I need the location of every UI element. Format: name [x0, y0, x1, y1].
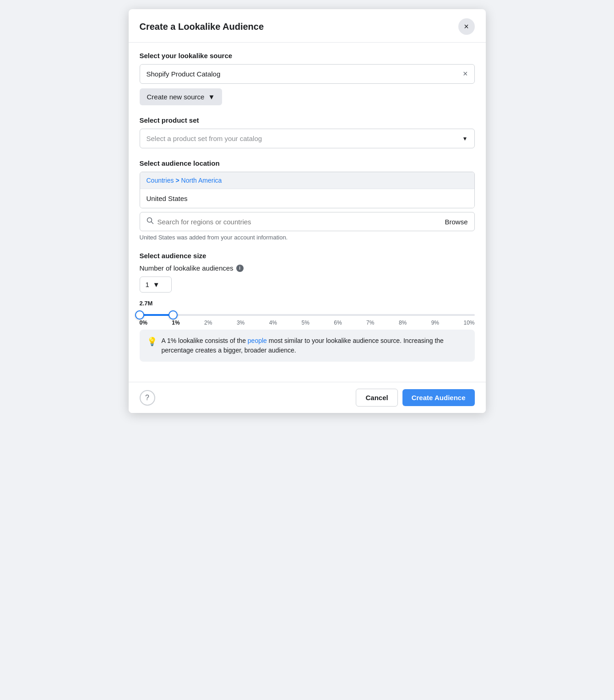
slider-tick-2: 2%	[204, 320, 212, 326]
product-set-dropdown[interactable]: Select a product set from your catalog ▼	[140, 129, 475, 148]
num-lookalike-value: 1	[146, 281, 149, 288]
slider-track	[140, 314, 475, 316]
modal-footer: ? Cancel Create Audience	[129, 382, 486, 413]
create-new-source-label: Create new source	[147, 93, 205, 101]
browse-link[interactable]: Browse	[445, 218, 467, 226]
slider-tick-9: 9%	[431, 320, 439, 326]
slider-tick-10: 10%	[463, 320, 474, 326]
slider-tick-3: 3%	[237, 320, 245, 326]
num-lookalike-arrow-icon: ▼	[153, 281, 160, 288]
slider-tick-6: 6%	[334, 320, 342, 326]
product-set-section: Select product set Select a product set …	[140, 116, 475, 148]
breadcrumb-countries-link[interactable]: Countries	[147, 177, 174, 184]
source-input-row: Shopify Product Catalog ×	[140, 64, 475, 84]
audience-size-label: Select audience size	[140, 252, 475, 260]
location-note: United States was added from your accoun…	[140, 234, 475, 241]
slider-tick-0: 0%	[140, 320, 147, 326]
lookalike-info-text: A 1% lookalike consists of the people mo…	[162, 336, 467, 355]
footer-actions: Cancel Create Audience	[356, 389, 474, 407]
slider-tick-5: 5%	[301, 320, 309, 326]
audience-size-slider-container: 0% 1% 2% 3% 4% 5% 6% 7% 8% 9% 10%	[140, 314, 475, 326]
num-lookalike-info-icon[interactable]: i	[236, 265, 244, 272]
modal-body: Select your lookalike source Shopify Pro…	[129, 43, 486, 382]
lookalike-source-label: Select your lookalike source	[140, 52, 475, 60]
slider-tick-4: 4%	[269, 320, 277, 326]
location-breadcrumb: Countries > North America	[140, 172, 474, 189]
location-search-input[interactable]	[158, 218, 441, 226]
num-lookalike-label: Number of lookalike audiences i	[140, 264, 475, 272]
breadcrumb-region-link[interactable]: North America	[181, 177, 222, 184]
slider-thumb-left[interactable]	[135, 310, 144, 320]
create-new-source-button[interactable]: Create new source ▼	[140, 88, 223, 105]
create-lookalike-audience-modal: Create a Lookalike Audience × Select you…	[129, 9, 486, 413]
create-new-source-arrow: ▼	[208, 93, 215, 101]
slider-tick-8: 8%	[399, 320, 407, 326]
people-link[interactable]: people	[248, 337, 267, 344]
slider-thumb-right[interactable]	[168, 310, 178, 320]
product-set-arrow-icon: ▼	[462, 136, 468, 142]
help-button[interactable]: ?	[140, 390, 155, 406]
product-set-label: Select product set	[140, 116, 475, 124]
location-search-row: Browse	[140, 212, 475, 231]
cancel-button[interactable]: Cancel	[356, 389, 397, 407]
location-box: Countries > North America United States	[140, 172, 475, 208]
search-icon	[147, 217, 154, 226]
breadcrumb-separator: >	[175, 177, 179, 184]
slider-value-label: 2.7M	[140, 300, 475, 307]
modal-title: Create a Lookalike Audience	[140, 22, 264, 32]
help-icon: ?	[145, 394, 149, 402]
num-lookalike-dropdown[interactable]: 1 ▼	[140, 277, 172, 293]
svg-line-1	[151, 222, 153, 224]
create-audience-button[interactable]: Create Audience	[402, 389, 475, 406]
bulb-icon: 💡	[147, 336, 157, 347]
audience-location-section: Select audience location Countries > Nor…	[140, 159, 475, 241]
audience-location-label: Select audience location	[140, 159, 475, 167]
product-set-placeholder: Select a product set from your catalog	[147, 135, 462, 142]
source-clear-button[interactable]: ×	[463, 69, 468, 79]
close-button[interactable]: ×	[458, 18, 475, 35]
source-selected-value: Shopify Product Catalog	[147, 70, 463, 78]
selected-country-item: United States	[140, 189, 474, 208]
slider-tick-1: 1%	[172, 320, 179, 326]
audience-size-section: Select audience size Number of lookalike…	[140, 252, 475, 362]
slider-tick-7: 7%	[366, 320, 374, 326]
modal-header: Create a Lookalike Audience ×	[129, 9, 486, 43]
lookalike-source-section: Select your lookalike source Shopify Pro…	[140, 52, 475, 105]
slider-ticks: 0% 1% 2% 3% 4% 5% 6% 7% 8% 9% 10%	[140, 320, 475, 326]
lookalike-info-box: 💡 A 1% lookalike consists of the people …	[140, 330, 475, 362]
